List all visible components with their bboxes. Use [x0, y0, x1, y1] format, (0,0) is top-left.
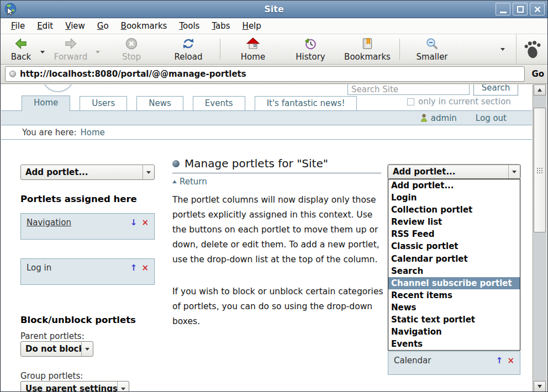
site-logo-partial: [41, 84, 75, 92]
delete-icon[interactable]: ×: [507, 356, 514, 365]
search-input[interactable]: [347, 84, 470, 95]
select-value: Add portlet...: [388, 167, 508, 177]
dropdown-option[interactable]: News: [388, 301, 520, 314]
group-portlets-select[interactable]: Use parent settings: [20, 381, 129, 392]
scrollbar-thumb[interactable]: [534, 108, 546, 232]
menu-edit[interactable]: Edit: [31, 19, 59, 33]
select-arrow-icon: [508, 165, 520, 178]
menu-bookmarks[interactable]: Bookmarks: [115, 19, 173, 33]
reload-button[interactable]: Reload: [167, 36, 209, 63]
toolbar-overflow-arrow-icon[interactable]: [500, 48, 505, 51]
menu-tabs[interactable]: Tabs: [205, 19, 236, 33]
block-unblock-heading: Block/unblock portlets: [20, 315, 136, 325]
return-arrow-icon: [172, 180, 177, 183]
close-button[interactable]: [530, 3, 545, 15]
minimize-icon: [500, 12, 507, 13]
breadcrumb: You are here: Home: [1, 125, 532, 140]
thumb-grip-icon: [536, 167, 543, 173]
menu-file[interactable]: File: [5, 19, 31, 33]
portlet-login-link[interactable]: Log in: [27, 263, 51, 273]
left-add-portlet-select[interactable]: Add portlet...: [20, 165, 155, 180]
throbber-separator: [516, 34, 517, 65]
select-value: Do not block: [21, 344, 81, 354]
back-button[interactable]: Back: [4, 36, 38, 63]
dropdown-option[interactable]: Review list: [388, 216, 520, 228]
dropdown-option[interactable]: Static text portlet: [388, 314, 520, 326]
dropdown-option[interactable]: Calendar portlet: [388, 253, 520, 265]
portlet-login: Log in ↑ ×: [20, 258, 155, 285]
user-link[interactable]: admin: [420, 113, 457, 123]
move-up-icon[interactable]: ↑: [496, 356, 503, 365]
tab-fantastic-news[interactable]: It's fantastic news!: [255, 96, 357, 111]
home-button[interactable]: Home: [233, 36, 273, 63]
stop-label: Stop: [122, 52, 141, 62]
dropdown-option[interactable]: Collection portlet: [388, 204, 520, 216]
checkbox-label: only in current section: [418, 97, 511, 107]
window-title: Site: [1, 4, 547, 14]
dropdown-option[interactable]: Navigation: [388, 326, 520, 338]
tab-events[interactable]: Events: [193, 96, 245, 111]
group-portlets-label: Group portlets:: [20, 371, 83, 381]
bookmarks-button[interactable]: Bookmarks: [339, 36, 396, 63]
personal-bar: admin Log out: [1, 110, 532, 125]
toolbar-separator: [220, 39, 220, 60]
site-tabs: Home Users News Events It's fantastic ne…: [22, 96, 357, 111]
dropdown-option[interactable]: Recent items: [388, 289, 520, 301]
titlebar[interactable]: Site: [1, 1, 547, 18]
smaller-button[interactable]: Smaller: [410, 36, 454, 63]
return-label: Return: [180, 177, 207, 187]
assigned-portlets-heading: Portlets assigned here: [20, 194, 137, 204]
tab-news[interactable]: News: [136, 96, 183, 111]
dropdown-option-selected[interactable]: Channel subscribe portlet: [388, 277, 520, 289]
select-arrow-icon: [81, 342, 93, 356]
menubar: File Edit View Go Bookmarks Tools Tabs H…: [1, 18, 547, 34]
tab-users[interactable]: Users: [80, 96, 127, 111]
document-action-icon: [172, 160, 180, 167]
select-arrow-icon: [143, 165, 154, 179]
user-icon: [420, 114, 428, 122]
dropdown-option[interactable]: RSS Feed: [388, 228, 520, 240]
history-label: History: [296, 52, 325, 62]
forward-label: Forward: [54, 52, 87, 62]
minimize-button[interactable]: [496, 3, 510, 15]
scroll-up-icon: [538, 88, 542, 92]
right-add-portlet-select[interactable]: Add portlet...: [388, 165, 520, 179]
toolbar-separator: [399, 39, 400, 60]
description-paragraph: If you wish to block or unblock certain …: [172, 284, 383, 329]
dropdown-option[interactable]: Add portlet...: [388, 179, 520, 192]
search-button[interactable]: Search: [473, 84, 518, 96]
portlet-calendar: Calendar ↑ ×: [388, 351, 520, 375]
dropdown-option[interactable]: Login: [388, 192, 520, 204]
vertical-scrollbar[interactable]: [533, 84, 546, 392]
dropdown-option[interactable]: Search: [388, 265, 520, 277]
parent-portlets-select[interactable]: Do not block: [20, 341, 93, 357]
back-dropdown-arrow-icon[interactable]: [40, 51, 45, 54]
menu-help[interactable]: Help: [236, 19, 267, 33]
breadcrumb-home-link[interactable]: Home: [81, 128, 105, 137]
only-current-section-checkbox[interactable]: [407, 98, 414, 105]
menu-tools[interactable]: Tools: [173, 19, 205, 33]
delete-icon[interactable]: ×: [141, 218, 149, 227]
menu-go[interactable]: Go: [91, 19, 115, 33]
go-button[interactable]: Go: [531, 69, 544, 79]
portlet-navigation-link[interactable]: Navigation: [27, 218, 71, 227]
portlet-calendar-link[interactable]: Calendar: [394, 356, 431, 365]
move-up-icon[interactable]: ↑: [130, 263, 138, 273]
logout-link[interactable]: Log out: [476, 113, 507, 123]
dropdown-option[interactable]: Classic portlet: [388, 240, 520, 252]
home-icon: [246, 37, 260, 50]
tab-home[interactable]: Home: [22, 96, 70, 111]
reload-label: Reload: [174, 52, 202, 62]
menu-view[interactable]: View: [59, 19, 91, 33]
delete-icon[interactable]: ×: [141, 263, 149, 273]
scroll-up-button[interactable]: [534, 84, 546, 96]
dropdown-option[interactable]: Events: [388, 338, 520, 350]
url-input[interactable]: [20, 69, 520, 79]
maximize-button[interactable]: [513, 3, 528, 15]
history-button[interactable]: History: [289, 36, 332, 63]
scroll-down-button[interactable]: [534, 381, 546, 392]
history-icon: [304, 37, 317, 50]
url-field[interactable]: [5, 66, 525, 82]
move-down-icon[interactable]: ↓: [130, 218, 138, 227]
return-link[interactable]: Return: [172, 177, 207, 187]
